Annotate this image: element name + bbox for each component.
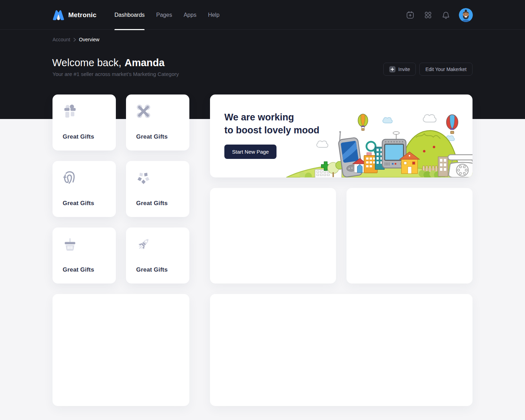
start-new-page-button[interactable]: Start New Page bbox=[224, 145, 276, 159]
gift-card-label: Great Gifts bbox=[63, 200, 94, 207]
propeller-icon bbox=[136, 104, 151, 119]
breadcrumb-overview: Overview bbox=[79, 37, 99, 42]
brand-logo[interactable]: Metronic bbox=[52, 0, 97, 30]
gift-card-6[interactable]: Great Gifts bbox=[126, 227, 189, 284]
add-button[interactable] bbox=[405, 10, 415, 20]
nav-item-help[interactable]: Help bbox=[208, 0, 219, 30]
banner-title: We are working to boost lovely mood bbox=[224, 111, 320, 137]
invite-button[interactable]: Invite bbox=[383, 63, 416, 76]
gift-card-label: Great Gifts bbox=[136, 133, 168, 140]
avatar-image bbox=[459, 8, 473, 22]
metronic-logo-icon bbox=[52, 9, 64, 20]
brand-name: Metronic bbox=[68, 11, 97, 19]
edit-market-button-label: Edit Your Makerket bbox=[425, 66, 467, 72]
apps-grid-button[interactable] bbox=[423, 10, 433, 20]
topbar-actions bbox=[405, 0, 473, 30]
basket-icon bbox=[62, 237, 78, 252]
main-nav: Dashboards Pages Apps Help bbox=[114, 0, 219, 30]
nav-item-pages[interactable]: Pages bbox=[156, 0, 172, 30]
gift-card-2[interactable]: Great Gifts bbox=[126, 94, 189, 150]
page-subtitle: Your are #1 seller across market’s Marke… bbox=[52, 71, 179, 77]
gift-card-1[interactable]: Great Gifts bbox=[52, 94, 116, 150]
promo-banner: We are working to boost lovely mood Star… bbox=[210, 94, 472, 177]
gift-card-5[interactable]: Great Gifts bbox=[52, 227, 116, 284]
edit-market-button[interactable]: Edit Your Makerket bbox=[419, 63, 472, 76]
gift-card-4[interactable]: Great Gifts bbox=[126, 161, 189, 217]
pinwheel-icon bbox=[136, 170, 151, 186]
page-title: Welcome back,Amanda bbox=[52, 57, 164, 69]
notifications-button[interactable] bbox=[441, 10, 451, 20]
plus-icon bbox=[389, 66, 396, 72]
gift-card-label: Great Gifts bbox=[63, 133, 94, 140]
plus-square-icon bbox=[406, 10, 415, 20]
gift-card-3[interactable]: Great Gifts bbox=[52, 161, 116, 217]
empty-panel-3 bbox=[52, 294, 189, 406]
empty-panel-4 bbox=[210, 294, 472, 406]
rocket-icon bbox=[136, 237, 151, 252]
greeting-name: Amanda bbox=[125, 57, 164, 68]
gift-card-label: Great Gifts bbox=[63, 266, 94, 273]
empty-panel-1 bbox=[210, 188, 336, 284]
nav-item-apps[interactable]: Apps bbox=[184, 0, 196, 30]
hero-action-buttons: Invite Edit Your Makerket bbox=[383, 63, 472, 76]
chevron-right-icon bbox=[74, 38, 76, 42]
fingerprint-icon bbox=[62, 170, 78, 186]
greeting-prefix: Welcome back, bbox=[52, 57, 121, 68]
bell-icon bbox=[441, 10, 450, 20]
invite-button-label: Invite bbox=[398, 66, 410, 72]
breadcrumb-account[interactable]: Account bbox=[52, 37, 70, 42]
banner-title-line2: to boost lovely mood bbox=[224, 124, 320, 137]
banner-title-line1: We are working bbox=[224, 111, 320, 124]
gift-icon bbox=[62, 104, 78, 119]
gift-card-label: Great Gifts bbox=[136, 266, 168, 273]
gift-card-label: Great Gifts bbox=[136, 200, 168, 207]
apps-grid-icon bbox=[424, 10, 433, 20]
user-avatar[interactable] bbox=[459, 8, 473, 22]
breadcrumb: Account Overview bbox=[52, 37, 99, 42]
top-navigation-bar: Metronic Dashboards Pages Apps Help bbox=[0, 0, 525, 30]
nav-item-dashboards[interactable]: Dashboards bbox=[114, 0, 145, 30]
empty-panel-2 bbox=[346, 188, 472, 284]
